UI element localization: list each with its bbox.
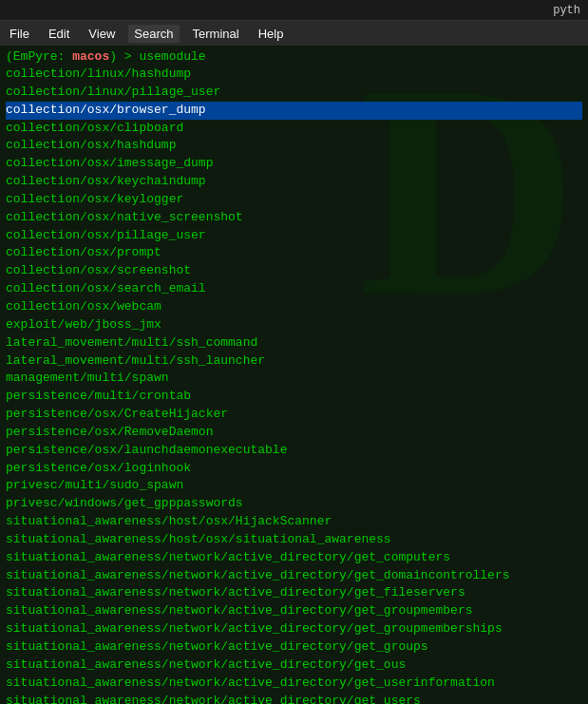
module-item[interactable]: collection/osx/search_email	[6, 280, 582, 298]
module-item[interactable]: collection/osx/native_screenshot	[6, 209, 582, 227]
module-item[interactable]: lateral_movement/multi/ssh_command	[6, 334, 582, 352]
module-item[interactable]: management/multi/spawn	[6, 370, 582, 388]
module-item[interactable]: situational_awareness/network/active_dir…	[6, 584, 582, 602]
module-item[interactable]: situational_awareness/network/active_dir…	[6, 602, 582, 620]
terminal-content[interactable]: (EmPyre: macos) > usemodule collection/l…	[0, 46, 588, 704]
module-item[interactable]: situational_awareness/host/osx/situation…	[6, 531, 582, 549]
module-item[interactable]: situational_awareness/network/active_dir…	[6, 656, 582, 675]
menu-help[interactable]: Help	[253, 25, 290, 43]
module-item[interactable]: collection/linux/pillage_user	[6, 84, 582, 102]
module-item[interactable]: persistence/osx/CreateHijacker	[6, 406, 582, 424]
module-item[interactable]: privesc/windows/get_gpppasswords	[6, 495, 582, 513]
menu-view[interactable]: View	[83, 25, 121, 43]
prompt-suffix: ) > usemodule	[109, 49, 205, 64]
module-item[interactable]: exploit/web/jboss_jmx	[6, 316, 582, 334]
module-item[interactable]: collection/osx/keylogger	[6, 191, 582, 209]
module-item[interactable]: collection/osx/prompt	[6, 244, 582, 262]
module-item[interactable]: collection/osx/pillage_user	[6, 227, 582, 245]
prompt-line: (EmPyre: macos) > usemodule	[6, 49, 582, 64]
module-item[interactable]: collection/osx/screenshot	[6, 262, 582, 280]
module-item[interactable]: situational_awareness/network/active_dir…	[6, 567, 582, 585]
module-item[interactable]: persistence/osx/loginhook	[6, 460, 582, 478]
module-item[interactable]: collection/osx/browser_dump	[6, 102, 582, 120]
module-item[interactable]: lateral_movement/multi/ssh_launcher	[6, 352, 582, 371]
module-item[interactable]: collection/osx/clipboard	[6, 120, 582, 138]
menu-terminal[interactable]: Terminal	[187, 25, 245, 43]
module-item[interactable]: situational_awareness/host/osx/HijackSca…	[6, 513, 582, 531]
module-item[interactable]: collection/osx/imessage_dump	[6, 155, 582, 173]
module-item[interactable]: situational_awareness/network/active_dir…	[6, 638, 582, 656]
module-item[interactable]: persistence/multi/crontab	[6, 388, 582, 406]
module-item[interactable]: situational_awareness/network/active_dir…	[6, 620, 582, 638]
module-item[interactable]: collection/osx/webcam	[6, 298, 582, 316]
module-item[interactable]: collection/osx/hashdump	[6, 137, 582, 155]
module-item[interactable]: situational_awareness/network/active_dir…	[6, 549, 582, 567]
menu-search[interactable]: Search	[128, 25, 179, 43]
prompt-prefix: (EmPyre:	[6, 49, 72, 64]
title-bar-text: pyth	[553, 4, 580, 17]
module-item[interactable]: persistence/osx/launchdaemonexecutable	[6, 442, 582, 460]
prompt-highlight: macos	[72, 49, 109, 64]
module-item[interactable]: collection/osx/keychaindump	[6, 173, 582, 191]
module-item[interactable]: collection/linux/hashdump	[6, 66, 582, 84]
module-item[interactable]: privesc/multi/sudo_spawn	[6, 477, 582, 495]
menu-edit[interactable]: Edit	[43, 25, 75, 43]
menu-bar: File Edit View Search Terminal Help	[0, 21, 588, 46]
terminal-window: D pyth File Edit View Search Terminal He…	[0, 0, 588, 704]
module-item[interactable]: situational_awareness/network/active_dir…	[6, 675, 582, 693]
menu-file[interactable]: File	[4, 25, 35, 43]
module-list: collection/linux/hashdumpcollection/linu…	[6, 66, 582, 704]
module-item[interactable]: situational_awareness/network/active_dir…	[6, 693, 582, 704]
title-bar: pyth	[0, 0, 588, 21]
module-item[interactable]: persistence/osx/RemoveDaemon	[6, 424, 582, 442]
